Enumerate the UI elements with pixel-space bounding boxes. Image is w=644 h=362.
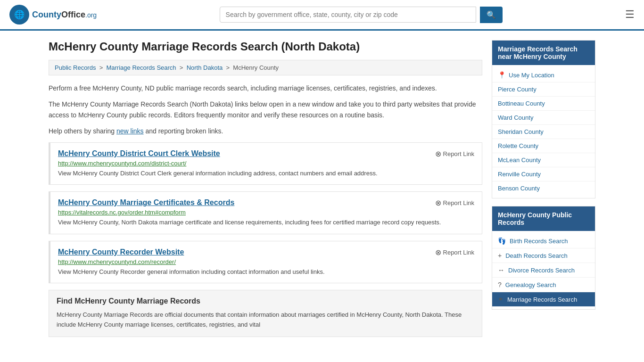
report-link-1[interactable]: ⊗ Report Link [435, 198, 474, 207]
result-title-1[interactable]: McHenry County Marriage Certificates & R… [58, 198, 234, 206]
records-icon-1: + [498, 252, 502, 259]
result-desc-0: View McHenry County District Court Clerk… [58, 169, 474, 178]
menu-button[interactable]: ☰ [625, 8, 635, 21]
sidebar-records-body: 👣Birth Records Search+Death Records Sear… [492, 231, 595, 309]
result-title-0[interactable]: McHenry County District Court Clerk Webs… [58, 149, 220, 157]
result-desc-2: View McHenry County Recorder general inf… [58, 267, 474, 277]
report-link-2[interactable]: ⊗ Report Link [435, 248, 474, 257]
records-icon-4: ⚭ [498, 296, 504, 303]
records-icon-2: ↔ [498, 266, 504, 274]
result-desc-1: View McHenry County, North Dakota marria… [58, 218, 474, 227]
sidebar-nearby-item-8[interactable]: Benson County [492, 181, 595, 195]
description-1: Perform a free McHenry County, ND public… [49, 83, 482, 93]
search-button[interactable]: 🔍 [480, 7, 503, 23]
sidebar-nearby-item-4[interactable]: Sheridan County [492, 125, 595, 139]
result-card-0: McHenry County District Court Clerk Webs… [49, 142, 482, 185]
logo: 🌐 CountyOffice.org [9, 5, 97, 25]
records-icon-0: 👣 [498, 237, 506, 245]
sidebar-nearby-item-5[interactable]: Rolette County [492, 139, 595, 153]
sidebar-records-item-1[interactable]: +Death Records Search [492, 248, 595, 263]
result-card-2: McHenry County Recorder Website ⊗ Report… [49, 241, 482, 284]
breadcrumb-link-1[interactable]: Public Records [55, 64, 96, 71]
results-list: McHenry County District Court Clerk Webs… [49, 142, 482, 284]
page-title: McHenry County Marriage Records Search (… [49, 40, 482, 53]
sidebar-nearby-item-2[interactable]: Bottineau County [492, 97, 595, 111]
breadcrumb-link-3[interactable]: North Dakota [187, 64, 223, 71]
find-section-title: Find McHenry County Marriage Records [57, 297, 474, 305]
find-section-description: McHenry County Marriage Records are offi… [57, 310, 474, 330]
sidebar-nearby-header: Marriage Records Search near McHenry Cou… [492, 41, 595, 65]
logo-icon: 🌐 [9, 5, 29, 25]
result-url-2[interactable]: http://www.mchenrycountynd.com/recorder/ [58, 258, 474, 265]
sidebar-records-header: McHenry County Public Records [492, 206, 595, 231]
result-card-1: McHenry County Marriage Certificates & R… [49, 191, 482, 234]
result-url-1[interactable]: https://vitalrecords.nc.gov/order.htm#co… [58, 209, 474, 216]
description-3: Help others by sharing new links and rep… [49, 126, 482, 136]
breadcrumb-link-2[interactable]: Marriage Records Search [106, 64, 176, 71]
sidebar-nearby-item-0[interactable]: 📍Use My Location [492, 68, 595, 82]
breadcrumb: Public Records > Marriage Records Search… [49, 60, 482, 75]
logo-text: CountyOffice.org [32, 10, 97, 19]
description-2: The McHenry County Marriage Records Sear… [49, 99, 482, 120]
sidebar-records-item-2[interactable]: ↔Divorce Records Search [492, 263, 595, 278]
sidebar-nearby-item-7[interactable]: Renville County [492, 167, 595, 181]
find-section: Find McHenry County Marriage Records McH… [49, 290, 482, 337]
breadcrumb-current: McHenry County [233, 64, 279, 71]
location-icon: 📍 [498, 71, 506, 79]
sidebar-nearby-body: 📍Use My LocationPierce CountyBottineau C… [492, 65, 595, 198]
sidebar-records-item-3[interactable]: ?Genealogy Search [492, 278, 595, 292]
sidebar-records-section: McHenry County Public Records 👣Birth Rec… [492, 206, 595, 310]
result-url-0[interactable]: http://www.mchenrycountynd.com/district-… [58, 160, 474, 167]
sidebar-nearby-item-3[interactable]: Ward County [492, 111, 595, 125]
search-bar: 🔍 [220, 7, 503, 23]
records-icon-3: ? [498, 281, 502, 288]
sidebar-nearby-item-1[interactable]: Pierce County [492, 82, 595, 97]
new-links-link[interactable]: new links [116, 127, 144, 135]
result-title-2[interactable]: McHenry County Recorder Website [58, 248, 184, 256]
search-input[interactable] [220, 7, 476, 23]
sidebar-records-item-0[interactable]: 👣Birth Records Search [492, 234, 595, 248]
sidebar: Marriage Records Search near McHenry Cou… [492, 40, 595, 337]
sidebar-nearby-item-6[interactable]: McLean County [492, 153, 595, 167]
report-link-0[interactable]: ⊗ Report Link [435, 149, 474, 158]
sidebar-records-item-4[interactable]: ⚭Marriage Records Search [492, 292, 595, 306]
sidebar-nearby-section: Marriage Records Search near McHenry Cou… [492, 40, 595, 198]
